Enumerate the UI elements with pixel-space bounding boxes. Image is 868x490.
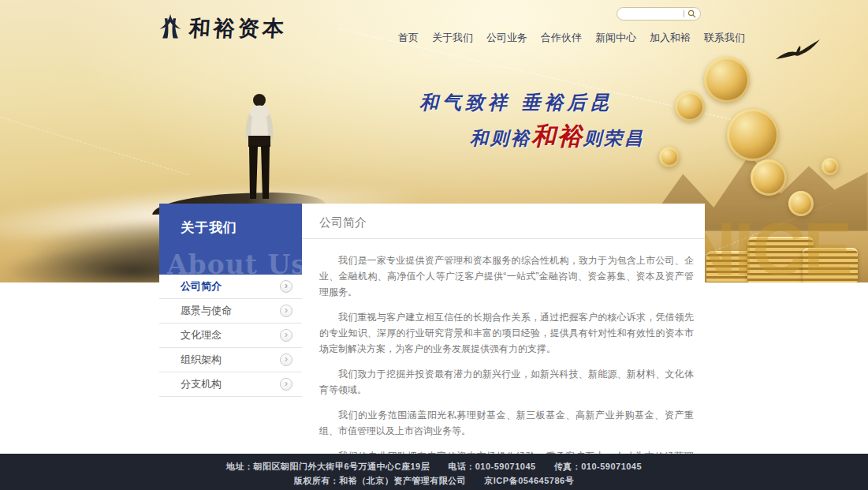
slogan-suffix: 则荣昌	[583, 126, 645, 151]
watermark-text: NICE	[683, 207, 851, 282]
main-content: 公司简介 我们是一家专业提供资产管理和资本服务的综合性机构，致力于为包含上市公司…	[302, 204, 705, 490]
gold-coin	[821, 158, 839, 175]
eagle-icon	[775, 38, 821, 68]
slogan-prefix: 和则裕	[470, 126, 531, 151]
footer-contact-line: 地址：朝阳区朝阳门外大街甲6号万通中心C座19层 电话：010-59071045…	[0, 461, 868, 473]
chevron-right-icon	[280, 305, 292, 317]
article-body: 我们是一家专业提供资产管理和资本服务的综合性机构，致力于为包含上市公司、企业、金…	[302, 239, 705, 490]
page: NICE 和气致祥 垂裕后昆 和则裕 和裕 则荣昌	[0, 0, 868, 490]
search-icon[interactable]	[687, 9, 696, 18]
sidebar-item-label: 公司简介	[181, 280, 222, 292]
gold-coin	[751, 159, 787, 196]
nav-item-news[interactable]: 新闻中心	[595, 31, 636, 45]
sidebar-header: 关于我们 About Us	[159, 204, 302, 275]
sidebar-item-vision-mission[interactable]: 愿景与使命	[159, 299, 302, 324]
sidebar-subtitle: About Us	[167, 249, 302, 275]
sidebar-item-culture[interactable]: 文化理念	[159, 324, 302, 348]
nav-item-contact[interactable]: 联系我们	[704, 31, 745, 45]
gold-coin	[675, 92, 705, 122]
footer: 地址：朝阳区朝阳门外大街甲6号万通中心C座19层 电话：010-59071045…	[0, 454, 868, 490]
sidebar-title: 关于我们	[181, 219, 237, 237]
chevron-right-icon	[280, 353, 292, 366]
nav-item-partners[interactable]: 合作伙伴	[541, 31, 582, 45]
gold-coin	[659, 147, 680, 167]
sidebar-item-label: 分支机构	[181, 378, 222, 390]
search-divider	[684, 10, 684, 17]
sidebar-menu: 公司简介 愿景与使命 文化理念 组织架构 分支机构	[159, 275, 302, 397]
man-silhouette	[239, 93, 280, 207]
paragraph: 我们的业务范围涵盖阳光私募理财基金、新三板基金、高新产业并购基金、资产重组、市值…	[319, 407, 694, 439]
sidebar-item-label: 愿景与使命	[181, 305, 232, 316]
search-box	[617, 7, 701, 21]
nav-item-about[interactable]: 关于我们	[432, 31, 473, 45]
paragraph: 我们致力于挖掘并投资最有潜力的新兴行业，如新兴科技、新能源、新材料、文化体育等领…	[319, 366, 694, 398]
nav-item-join[interactable]: 加入和裕	[650, 31, 691, 45]
footer-copyright-line: 版权所有：和裕（北京）资产管理有限公司 京ICP备054645786号	[0, 475, 868, 487]
main-nav: 首页 关于我们 公司业务 合作伙伴 新闻中心 加入和裕 联系我们	[398, 31, 745, 45]
sidebar-item-organization[interactable]: 组织架构	[159, 348, 302, 372]
sidebar-item-branches[interactable]: 分支机构	[159, 372, 302, 397]
nav-item-home[interactable]: 首页	[398, 31, 419, 45]
gold-coin	[727, 109, 779, 161]
sidebar-item-company-profile[interactable]: 公司简介	[159, 275, 302, 299]
slogan-highlight: 和裕	[531, 120, 583, 153]
chevron-right-icon	[280, 280, 292, 293]
paragraph: 我们重视与客户建立相互信任的长期合作关系，通过把握客户的核心诉求，凭借领先的专业…	[319, 309, 694, 357]
logo[interactable]: 和裕资本	[156, 11, 287, 46]
chevron-right-icon	[280, 378, 292, 391]
logo-icon	[156, 11, 184, 46]
dashed-line-decoration	[0, 117, 188, 175]
logo-text: 和裕资本	[188, 14, 289, 43]
hero-slogan-line2: 和则裕 和裕 则荣昌	[470, 120, 645, 153]
page-title: 公司简介	[302, 204, 705, 239]
sidebar-item-label: 组织架构	[181, 353, 222, 365]
hero-slogan-line1: 和气致祥 垂裕后昆	[419, 90, 613, 115]
chevron-right-icon	[280, 329, 292, 342]
paragraph: 我们是一家专业提供资产管理和资本服务的综合性机构，致力于为包含上市公司、企业、金…	[319, 252, 694, 300]
search-input[interactable]	[624, 9, 684, 18]
gold-coin	[704, 57, 750, 103]
sidebar-item-label: 文化理念	[181, 329, 222, 341]
nav-item-business[interactable]: 公司业务	[486, 31, 527, 45]
